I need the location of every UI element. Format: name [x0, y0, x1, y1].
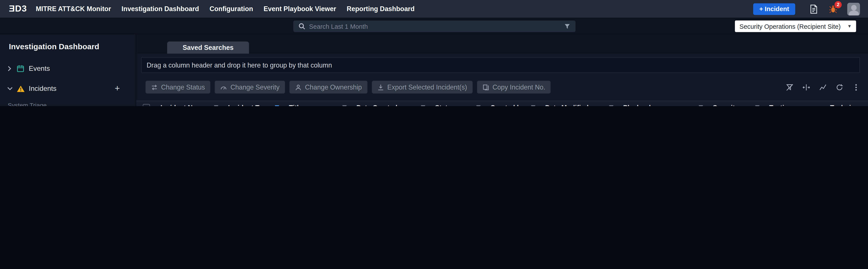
col-tactic[interactable]: Tactic	[765, 101, 826, 106]
filter-icon[interactable]	[530, 105, 536, 106]
d3-logo[interactable]: ƎD3	[9, 4, 27, 14]
filter-icon[interactable]	[754, 105, 761, 106]
filter-icon[interactable]	[608, 105, 614, 106]
notification-bug-icon[interactable]: 2	[828, 4, 838, 13]
app-window: ƎD3 MITRE ATT&CK Monitor Investigation D…	[0, 0, 868, 106]
incidents-warning-icon	[17, 85, 29, 92]
main-panel: Saved Searches Drag a column header and …	[136, 34, 868, 106]
nav-configuration[interactable]: Configuration	[210, 5, 253, 13]
filter-icon[interactable]	[420, 105, 426, 106]
col-severity[interactable]: Severity	[708, 101, 765, 106]
col-date-created[interactable]: Date Created	[352, 101, 431, 106]
export-selected-button[interactable]: Export Selected Incident(s)	[372, 81, 472, 94]
sidebar: Investigation Dashboard Events	[0, 34, 136, 106]
table-header: Incident No. Incident Type Title Date Cr…	[136, 101, 868, 106]
chevron-down-icon[interactable]	[7, 86, 17, 91]
add-view-button[interactable]: +	[113, 84, 122, 93]
filter-icon-active[interactable]	[274, 105, 280, 106]
grid-toolbar: Change Status Change Severity Change Own…	[146, 81, 860, 94]
clear-filter-icon[interactable]	[786, 83, 794, 91]
nav-event-playbook-viewer[interactable]: Event Playbook Viewer	[264, 5, 336, 13]
tree-item-incidents[interactable]: Incidents +	[0, 79, 135, 98]
site-selector[interactable]: Security Operations (Recipient Site) ▼	[735, 21, 856, 32]
copy-incident-no-button[interactable]: Copy Incident No.	[477, 81, 551, 94]
filter-icon[interactable]	[213, 105, 219, 106]
tree-item-label: Events	[29, 65, 50, 72]
system-triage-label: System Triage	[0, 98, 135, 106]
col-date-modified[interactable]: Date Modified	[541, 101, 619, 106]
top-navbar: ƎD3 MITRE ATT&CK Monitor Investigation D…	[0, 0, 868, 18]
tree-item-label: Incidents	[29, 85, 56, 93]
nav-mitre-attack-monitor[interactable]: MITRE ATT&CK Monitor	[36, 5, 111, 13]
chart-icon[interactable]	[819, 83, 827, 91]
caret-down-icon: ▼	[847, 24, 852, 29]
kebab-menu-icon[interactable]	[852, 83, 860, 91]
col-incident-no[interactable]: Incident No.	[156, 101, 223, 106]
tab-saved-searches[interactable]: Saved Searches	[167, 42, 249, 54]
select-all-checkbox[interactable]	[143, 104, 150, 106]
global-search[interactable]	[293, 21, 575, 32]
content-area: Investigation Dashboard Events	[0, 34, 868, 106]
col-playbook[interactable]: Playbook	[619, 101, 708, 106]
notification-count-badge: 2	[834, 1, 842, 8]
download-icon	[377, 84, 384, 90]
nav-reporting-dashboard[interactable]: Reporting Dashboard	[347, 5, 414, 13]
refresh-icon[interactable]	[836, 83, 843, 91]
tree-item-events[interactable]: Events	[0, 59, 135, 78]
search-icon	[298, 23, 305, 30]
nav-tree: Events Incidents +	[0, 59, 135, 98]
col-created-by[interactable]: Created by	[486, 101, 540, 106]
search-input[interactable]	[309, 23, 560, 29]
filter-icon[interactable]	[341, 105, 347, 106]
topbar-right-cluster: + Incident 2	[753, 2, 868, 15]
group-by-dropzone[interactable]: Drag a column header and drop it here to…	[141, 57, 860, 73]
col-status[interactable]: Status	[431, 101, 486, 106]
document-icon[interactable]	[810, 4, 818, 13]
change-severity-button[interactable]: Change Severity	[215, 81, 285, 94]
person-icon	[295, 84, 302, 90]
col-incident-type[interactable]: Incident Type	[223, 101, 284, 106]
change-ownership-button[interactable]: Change Ownership	[289, 81, 367, 94]
copy-icon	[483, 84, 489, 90]
filter-icon[interactable]	[475, 105, 482, 106]
gauge-icon	[220, 84, 227, 90]
search-filter-icon[interactable]	[564, 23, 570, 29]
search-row: Security Operations (Recipient Site) ▼	[0, 18, 868, 34]
change-status-icon	[151, 84, 157, 90]
user-avatar[interactable]	[847, 2, 860, 15]
chevron-right-icon[interactable]	[7, 66, 17, 71]
new-incident-button[interactable]: + Incident	[753, 3, 795, 14]
site-selector-value: Security Operations (Recipient Site)	[740, 23, 841, 29]
main-nav: MITRE ATT&CK Monitor Investigation Dashb…	[36, 5, 425, 13]
nav-investigation-dashboard[interactable]: Investigation Dashboard	[122, 5, 199, 13]
group-by-hint: Drag a column header and drop it here to…	[147, 61, 332, 69]
filter-icon[interactable]	[698, 105, 704, 106]
column-resize-icon[interactable]	[802, 83, 810, 91]
grid-tools	[786, 83, 860, 91]
events-calendar-icon	[17, 65, 29, 72]
tab-bar: Saved Searches	[136, 34, 868, 54]
change-status-button[interactable]: Change Status	[146, 81, 211, 94]
page-title: Investigation Dashboard	[0, 34, 135, 51]
col-title[interactable]: Title	[284, 101, 352, 106]
tab-label: Saved Searches	[183, 44, 234, 52]
col-technique[interactable]: Technique	[826, 101, 868, 106]
